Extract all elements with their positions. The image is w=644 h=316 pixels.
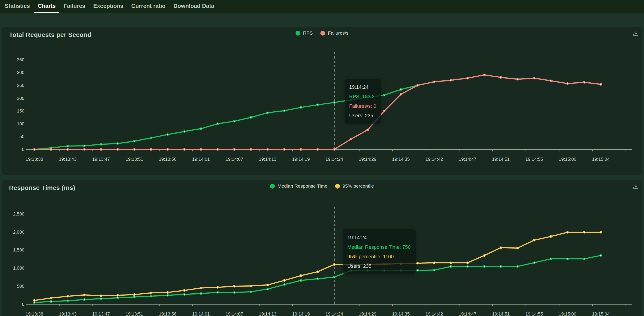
x-axis-label: 19:13:47 (92, 157, 110, 162)
data-point-center (334, 149, 335, 150)
rps-chart-plot[interactable]: 19:13:3819:13:4319:13:4719:13:5119:13:56… (2, 27, 642, 175)
data-point-center (50, 297, 52, 298)
nav-item-failures[interactable]: Failures (60, 0, 89, 13)
data-point-center (67, 300, 68, 301)
response-times-chart-plot[interactable]: 19:13:3819:13:4319:13:4719:13:5119:13:56… (2, 180, 642, 316)
data-point-center (317, 149, 318, 150)
data-point-center (117, 143, 118, 144)
x-axis-label: 19:13:56 (159, 311, 176, 316)
y-axis-label: 2,000 (13, 229, 24, 234)
nav-item-charts[interactable]: Charts (34, 0, 59, 13)
data-point-center (234, 121, 235, 122)
data-point-center (84, 294, 85, 296)
top-navbar: StatisticsChartsFailuresExceptionsCurren… (0, 0, 644, 13)
data-point-center (234, 292, 235, 293)
data-point-center (534, 240, 535, 241)
data-point-center (567, 83, 568, 84)
data-point-center (200, 287, 202, 289)
data-point-center (434, 262, 435, 263)
x-axis-label: 19:13:56 (159, 157, 176, 162)
x-axis-label: 19:13:38 (26, 157, 43, 162)
data-point-center (250, 117, 252, 118)
series-line-failures-s (34, 75, 601, 149)
data-point-center (284, 284, 285, 285)
data-point-center (600, 232, 602, 233)
data-point-center (34, 302, 35, 303)
x-axis-label: 19:14:35 (392, 157, 410, 162)
data-point-center (267, 112, 268, 113)
y-axis-label: 250 (17, 83, 24, 88)
data-point-center (334, 277, 335, 278)
data-point-center (117, 297, 118, 298)
data-point-center (250, 285, 252, 286)
data-point-center (217, 287, 218, 288)
data-point-center (134, 149, 135, 150)
data-point-center (284, 280, 285, 281)
y-axis-label: 150 (17, 108, 24, 113)
data-point-center (517, 248, 518, 249)
nav-item-current-ratio[interactable]: Current ratio (128, 0, 169, 13)
x-axis-label: 19:14:42 (425, 311, 443, 316)
x-axis-label: 19:14:51 (492, 311, 510, 316)
data-point-center (300, 280, 302, 281)
data-point-center (267, 149, 268, 150)
data-point-center (417, 85, 418, 86)
data-point-center (150, 149, 152, 150)
data-point-center (450, 262, 452, 263)
data-point-center (300, 275, 302, 276)
tooltip-value-row: Median Response Time: 750 (347, 242, 411, 252)
data-point-center (534, 78, 535, 79)
panel-response-times: Response Times (ms) Median Response Time… (2, 180, 642, 316)
data-point-center (117, 149, 118, 150)
data-point-center (284, 149, 285, 150)
tooltip-time: 19:14:24 (347, 233, 411, 242)
data-point-center (567, 232, 568, 233)
tooltip-value-row: RPS: 183.2 (349, 92, 376, 101)
x-axis-label: 19:13:43 (59, 157, 76, 162)
x-axis-label: 19:13:51 (126, 311, 143, 316)
data-point-center (84, 149, 85, 150)
data-point-center (67, 149, 68, 150)
nav-item-statistics[interactable]: Statistics (1, 0, 33, 13)
nav-item-download-data[interactable]: Download Data (170, 0, 218, 13)
data-point-center (134, 296, 135, 298)
x-axis-label: 19:14:24 (326, 311, 343, 316)
x-axis-label: 19:13:51 (126, 157, 143, 162)
data-point-center (484, 255, 485, 256)
data-point-center (100, 298, 102, 299)
data-point-center (150, 292, 152, 293)
data-point-center (334, 264, 335, 265)
x-axis-label: 19:14:19 (292, 157, 310, 162)
data-point-center (84, 299, 85, 300)
data-point-center (500, 77, 502, 78)
data-point-center (317, 271, 318, 272)
data-point-center (217, 292, 218, 293)
data-point-center (384, 95, 385, 96)
data-point-center (600, 84, 602, 85)
data-point-center (550, 258, 552, 259)
data-point-center (100, 144, 102, 145)
data-point-center (234, 286, 235, 287)
data-point-center (600, 255, 602, 256)
data-point-center (550, 236, 552, 237)
y-axis-label: 100 (17, 121, 24, 126)
data-point-center (517, 266, 518, 267)
x-axis-label: 19:13:43 (59, 311, 76, 316)
data-point-center (250, 149, 252, 150)
data-point-center (67, 296, 68, 297)
nav-item-exceptions[interactable]: Exceptions (90, 0, 127, 13)
x-axis-label: 19:14:51 (492, 157, 510, 162)
data-point-center (267, 284, 268, 285)
x-axis-label: 19:14:29 (359, 157, 376, 162)
x-axis-label: 19:14:55 (525, 157, 543, 162)
data-point-center (300, 107, 302, 108)
y-axis-label: 300 (17, 70, 24, 75)
data-point-center (267, 289, 268, 290)
y-axis-label: 0 (22, 302, 24, 307)
y-axis-label: 1,500 (13, 247, 24, 252)
data-point-center (184, 290, 185, 291)
y-axis-label: 1,000 (13, 265, 24, 270)
x-axis-label: 19:14:47 (459, 311, 476, 316)
data-point-center (400, 89, 402, 90)
data-point-center (200, 149, 202, 150)
